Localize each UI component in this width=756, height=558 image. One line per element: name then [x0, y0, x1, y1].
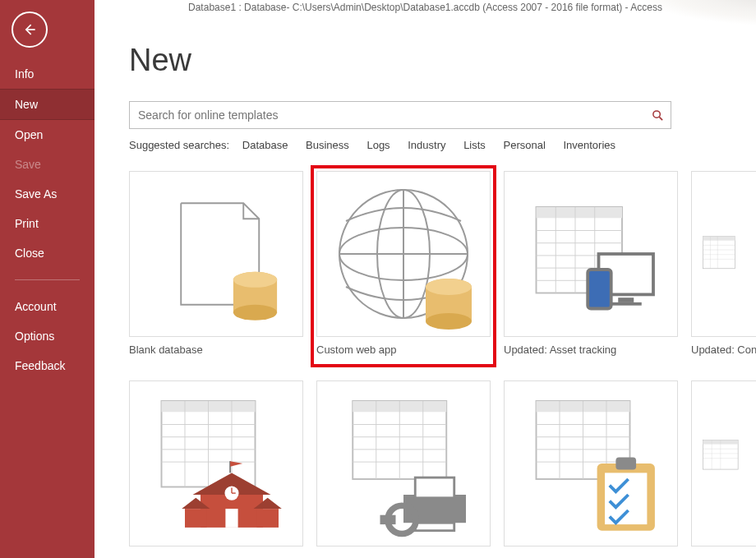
custom-web-app-icon	[321, 172, 486, 336]
template-search	[129, 101, 671, 129]
template-blank-database[interactable]: Blank database	[129, 171, 303, 356]
back-button[interactable]	[12, 12, 48, 48]
search-input[interactable]	[129, 101, 671, 129]
template-thumb	[129, 171, 303, 337]
template-thumb	[691, 380, 756, 546]
asset-tracking-icon	[513, 176, 669, 332]
suggested-searches: Suggested searches: Database Business Lo…	[129, 139, 756, 151]
svg-rect-29	[588, 270, 611, 309]
svg-rect-49	[185, 509, 207, 528]
svg-rect-58	[225, 509, 237, 528]
nav-info[interactable]: Info	[0, 59, 94, 89]
back-arrow-icon	[21, 21, 38, 38]
template-row2-1[interactable]	[129, 380, 303, 546]
template-thumb	[504, 380, 678, 546]
template-thumb	[691, 171, 756, 337]
svg-rect-30	[703, 237, 735, 269]
template-contacts[interactable]: Updated: Contacts	[691, 171, 756, 356]
svg-rect-70	[415, 523, 454, 531]
generic-table-icon	[700, 385, 756, 542]
search-icon	[652, 109, 664, 122]
template-custom-web-app[interactable]: Custom web app	[316, 171, 491, 356]
suggested-label: Suggested searches:	[129, 139, 229, 151]
suggested-industry[interactable]: Industry	[408, 139, 445, 151]
window-title: Database1 : Database- C:\Users\Admin\Des…	[94, 2, 756, 13]
nav-save: Save	[0, 150, 94, 179]
backstage-main: Database1 : Database- C:\Users\Admin\Des…	[94, 0, 756, 558]
nav-print[interactable]: Print	[0, 209, 94, 238]
svg-rect-69	[415, 477, 454, 498]
svg-point-1	[652, 110, 659, 117]
template-thumb	[504, 171, 678, 337]
svg-rect-27	[618, 297, 634, 302]
svg-point-6	[233, 272, 277, 288]
svg-rect-17	[537, 207, 623, 218]
template-row2-2[interactable]	[316, 380, 491, 546]
template-label: Custom web app	[316, 337, 491, 356]
contacts-icon	[700, 176, 756, 332]
nav-options[interactable]: Options	[0, 321, 94, 351]
task-clipboard-icon	[513, 385, 669, 542]
page-title: New	[129, 43, 756, 78]
suggested-personal[interactable]: Personal	[503, 139, 545, 151]
svg-rect-84	[615, 457, 636, 469]
svg-rect-28	[611, 302, 642, 306]
sidebar-separator	[15, 279, 80, 280]
template-label: Blank database	[129, 337, 303, 356]
nav-account[interactable]: Account	[0, 292, 94, 321]
suggested-business[interactable]: Business	[306, 139, 349, 151]
svg-point-5	[233, 305, 277, 321]
svg-line-2	[659, 117, 662, 120]
svg-rect-72	[380, 515, 396, 524]
suggested-inventories[interactable]: Inventories	[563, 139, 615, 151]
svg-rect-31	[703, 237, 735, 241]
template-label: Updated: Contacts	[691, 337, 756, 356]
templates-grid: Blank database	[129, 171, 756, 558]
nav-open[interactable]: Open	[0, 120, 94, 150]
template-label: Updated: Asset tracking	[504, 337, 678, 356]
template-thumb	[129, 380, 303, 546]
nav-feedback[interactable]: Feedback	[0, 351, 94, 380]
template-row2-3[interactable]	[504, 380, 678, 546]
blank-database-icon	[138, 176, 294, 332]
template-row2-4[interactable]	[691, 380, 756, 546]
svg-point-15	[426, 279, 472, 295]
svg-point-14	[426, 313, 472, 330]
backstage-sidebar: Info New Open Save Save As Print Close A…	[0, 0, 94, 558]
template-asset-tracking[interactable]: Updated: Asset tracking	[504, 171, 678, 356]
nav-save-as[interactable]: Save As	[0, 179, 94, 209]
search-button[interactable]	[643, 101, 671, 129]
suggested-lists[interactable]: Lists	[463, 139, 486, 151]
nav-close[interactable]: Close	[0, 238, 94, 268]
template-thumb	[316, 380, 491, 546]
suggested-logs[interactable]: Logs	[366, 139, 390, 151]
students-icon	[138, 385, 294, 542]
template-thumb	[316, 171, 491, 337]
fax-icon	[325, 385, 482, 542]
suggested-database[interactable]: Database	[242, 139, 288, 151]
svg-rect-50	[256, 509, 279, 528]
nav-new[interactable]: New	[0, 89, 94, 120]
